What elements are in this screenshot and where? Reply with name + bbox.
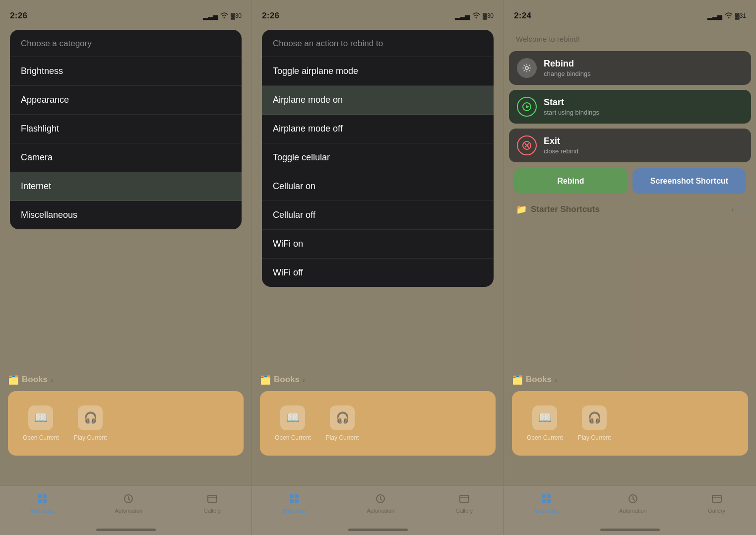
category-internet[interactable]: Internet — [10, 172, 242, 201]
book-item-open-2[interactable]: 📖 Open Current — [275, 405, 311, 441]
action-cellular-off[interactable]: Cellular off — [262, 201, 494, 230]
modal-header-1: Choose a category — [10, 30, 242, 57]
add-shortcut-button[interactable]: + — [738, 203, 744, 216]
action-cellular-on[interactable]: Cellular on — [262, 172, 494, 201]
svg-rect-22 — [542, 499, 546, 503]
svg-rect-2 — [38, 499, 42, 503]
book-item-play-3[interactable]: 🎧 Play Current — [578, 405, 611, 441]
book-open-icon-3: 📖 — [532, 405, 557, 430]
phone-panel-1: 2:26 ▂▃▅ ▓30 No Shortcuts Choose a categ… — [0, 0, 252, 535]
books-folder-icon-3: 🗂️ — [512, 374, 523, 385]
tab-bar-2: Shortcuts Automation Gallery — [252, 485, 504, 535]
svg-rect-23 — [547, 499, 551, 503]
books-chevron-1: › — [51, 376, 53, 384]
books-section-1: 🗂️ Books › 📖 Open Current 🎧 Play Current — [0, 374, 252, 456]
action-wifi-on[interactable]: WiFi on — [262, 230, 494, 259]
books-header-1: 🗂️ Books › — [8, 374, 244, 385]
tab-automation-3[interactable]: Automation — [619, 492, 647, 514]
tab-shortcuts-1[interactable]: Shortcuts — [31, 492, 54, 514]
books-chevron-3: › — [555, 376, 557, 384]
tab-gallery-label-1: Gallery — [203, 508, 221, 514]
action-toggle-airplane[interactable]: Toggle airplane mode — [262, 57, 494, 86]
books-section-2: 🗂️ Books › 📖 Open Current 🎧 Play Current — [252, 374, 504, 456]
tab-automation-icon-3 — [626, 492, 640, 506]
action-airplane-off[interactable]: Airplane mode off — [262, 115, 494, 143]
rebind-item-rebind[interactable]: Rebind change bindings — [509, 51, 751, 85]
rebind-subtitle-rebind: change bindings — [544, 70, 743, 77]
headphones-icon-3: 🎧 — [582, 405, 607, 430]
svg-rect-5 — [208, 495, 217, 502]
svg-rect-21 — [547, 494, 551, 498]
tab-bar-3: Shortcuts Automation Gallery — [504, 485, 756, 535]
modal-header-2: Choose an action to rebind to — [262, 30, 494, 57]
rebind-subtitle-start: start using bindings — [544, 109, 743, 116]
rebind-item-start[interactable]: Start start using bindings — [509, 90, 751, 124]
book-item-open-3[interactable]: 📖 Open Current — [527, 405, 563, 441]
headphones-icon: 🎧 — [78, 405, 103, 430]
category-miscellaneous[interactable]: Miscellaneous — [10, 201, 242, 229]
rebind-gear-icon — [517, 58, 537, 78]
tab-shortcuts-2[interactable]: Shortcuts — [283, 492, 306, 514]
book-open-label: Open Current — [23, 434, 59, 441]
starter-shortcuts-label: Starter Shortcuts — [531, 204, 727, 214]
category-camera[interactable]: Camera — [10, 143, 242, 172]
rebind-action-button[interactable]: Rebind — [514, 168, 628, 194]
category-modal: Choose a category Brightness Appearance … — [10, 30, 242, 229]
books-card-2: 📖 Open Current 🎧 Play Current — [260, 391, 496, 456]
book-item-open[interactable]: 📖 Open Current — [23, 405, 59, 441]
books-title-3: Books — [526, 375, 552, 385]
svg-rect-7 — [290, 494, 294, 498]
action-buttons: Rebind Screenshot Shortcut — [509, 168, 751, 194]
tab-shortcuts-icon-3 — [539, 492, 553, 506]
category-brightness[interactable]: Brightness — [10, 57, 242, 86]
svg-rect-8 — [295, 494, 299, 498]
rebind-title-rebind: Rebind — [544, 59, 743, 69]
starter-shortcuts-section: 📁 Starter Shortcuts › + — [509, 194, 751, 221]
rebind-item-exit[interactable]: Exit close rebind — [509, 129, 751, 162]
tab-gallery-icon-1 — [205, 492, 219, 506]
tab-gallery-label-3: Gallery — [708, 508, 725, 514]
svg-rect-25 — [712, 495, 721, 502]
welcome-text: Welcome to rebind! — [509, 30, 751, 51]
home-indicator-2 — [348, 529, 408, 531]
screenshot-shortcut-button[interactable]: Screenshot Shortcut — [632, 168, 746, 194]
tab-shortcuts-3[interactable]: Shortcuts — [535, 492, 558, 514]
rebind-text-start: Start start using bindings — [544, 97, 743, 116]
tab-automation-1[interactable]: Automation — [115, 492, 142, 514]
action-wifi-off[interactable]: WiFi off — [262, 259, 494, 287]
action-airplane-on[interactable]: Airplane mode on — [262, 86, 494, 115]
book-item-play[interactable]: 🎧 Play Current — [74, 405, 107, 441]
exit-icon — [517, 135, 537, 155]
category-flashlight[interactable]: Flashlight — [10, 115, 242, 143]
tab-gallery-2[interactable]: Gallery — [455, 492, 473, 514]
tab-automation-label-3: Automation — [619, 508, 647, 514]
rebind-title-exit: Exit — [544, 136, 743, 146]
svg-rect-1 — [43, 494, 47, 498]
tab-shortcuts-icon-2 — [287, 492, 301, 506]
svg-rect-20 — [542, 494, 546, 498]
books-folder-icon-1: 🗂️ — [8, 374, 19, 385]
tab-shortcuts-label-1: Shortcuts — [31, 508, 54, 514]
tab-automation-label-2: Automation — [367, 508, 394, 514]
books-section-3: 🗂️ Books › 📖 Open Current 🎧 Play Current — [504, 374, 756, 456]
book-open-label-3: Open Current — [527, 434, 563, 441]
category-appearance[interactable]: Appearance — [10, 86, 242, 115]
book-item-play-2[interactable]: 🎧 Play Current — [326, 405, 359, 441]
book-open-icon-2: 📖 — [280, 405, 305, 430]
tab-shortcuts-label-2: Shortcuts — [283, 508, 306, 514]
rebind-text-exit: Exit close rebind — [544, 136, 743, 155]
books-chevron-2: › — [303, 376, 305, 384]
action-toggle-cellular[interactable]: Toggle cellular — [262, 143, 494, 172]
books-title-2: Books — [274, 375, 300, 385]
books-card-3: 📖 Open Current 🎧 Play Current — [512, 391, 748, 456]
home-indicator-3 — [600, 529, 660, 531]
svg-rect-12 — [460, 495, 469, 502]
tab-automation-2[interactable]: Automation — [367, 492, 394, 514]
tab-shortcuts-icon-1 — [35, 492, 49, 506]
svg-marker-16 — [526, 105, 529, 109]
tab-gallery-icon-2 — [457, 492, 471, 506]
tab-gallery-1[interactable]: Gallery — [203, 492, 221, 514]
books-title-1: Books — [22, 375, 48, 385]
svg-rect-9 — [290, 499, 294, 503]
tab-gallery-3[interactable]: Gallery — [708, 492, 725, 514]
